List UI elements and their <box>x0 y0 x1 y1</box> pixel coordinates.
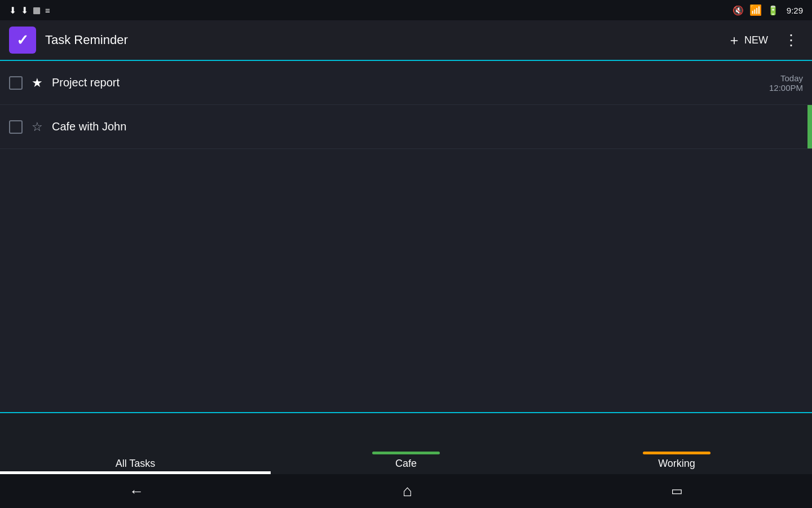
download2-icon: ⬇ <box>21 5 28 16</box>
tab-cafe-label: Cafe <box>395 458 417 470</box>
tab-all-tasks-label: All Tasks <box>116 458 156 470</box>
new-button-label: NEW <box>744 34 768 46</box>
task-name: Cafe with John <box>52 120 803 133</box>
app-icon: ✓ <box>9 27 36 54</box>
task-name: Project report <box>52 76 769 89</box>
task-item[interactable]: ★ Project report Today 12:00PM <box>0 61 812 105</box>
task-date-label: Today <box>780 73 803 83</box>
app-bar: ✓ Task Reminder ＋ NEW ⋮ <box>0 20 812 61</box>
tab-working[interactable]: Working <box>541 413 812 474</box>
task-accent-bar <box>807 105 812 148</box>
cafe-tab-indicator <box>372 452 440 454</box>
app-title: Task Reminder <box>45 33 727 47</box>
task-checkbox[interactable] <box>9 120 23 134</box>
barcode-icon: ≡ <box>45 6 50 15</box>
task-list: ★ Project report Today 12:00PM ☆ Cafe wi… <box>0 61 812 412</box>
task-checkbox[interactable] <box>9 76 23 90</box>
tab-cafe[interactable]: Cafe <box>271 413 541 474</box>
tab-all-tasks[interactable]: All Tasks <box>0 413 271 474</box>
tab-working-label: Working <box>658 458 695 470</box>
working-tab-indicator <box>643 452 710 454</box>
status-time: 9:29 <box>787 6 803 15</box>
mute-icon: 🔇 <box>732 5 744 16</box>
sim-icon: ▦ <box>33 5 41 15</box>
star-icon[interactable]: ☆ <box>32 120 43 134</box>
task-date-time: 12:00PM <box>769 83 803 93</box>
menu-button[interactable]: ⋮ <box>779 29 803 51</box>
recents-button[interactable] <box>660 479 694 503</box>
star-icon[interactable]: ★ <box>32 76 43 90</box>
download1-icon: ⬇ <box>9 5 16 16</box>
bottom-tab-bar: All Tasks Cafe Working <box>0 412 812 474</box>
plus-icon: ＋ <box>727 31 741 49</box>
battery-icon: 🔋 <box>767 5 779 16</box>
home-button[interactable] <box>391 478 423 505</box>
wifi-icon: 📶 <box>749 4 762 16</box>
back-button[interactable] <box>118 478 155 505</box>
task-date-area: Today 12:00PM <box>769 73 803 93</box>
status-bar: ⬇ ⬇ ▦ ≡ 🔇 📶 🔋 9:29 <box>0 0 812 20</box>
nav-bar <box>0 474 812 508</box>
checkmark-icon: ✓ <box>16 32 29 49</box>
task-item[interactable]: ☆ Cafe with John <box>0 105 812 149</box>
new-button[interactable]: ＋ NEW <box>727 31 768 49</box>
